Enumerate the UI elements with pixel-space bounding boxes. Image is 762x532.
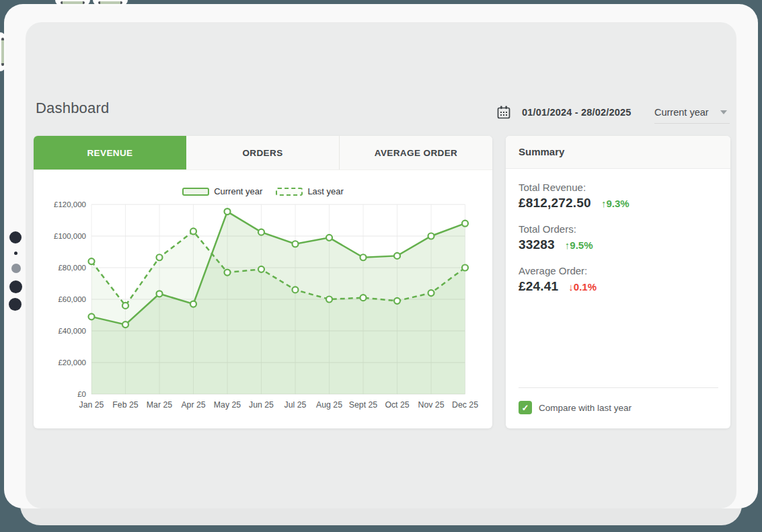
summary-card: Summary Total Revenue: £812,272.50 ↑9.3%…: [506, 136, 730, 428]
x-axis-label: Jan 25: [79, 400, 104, 410]
data-point-marker: [89, 313, 95, 319]
dashboard-content: Dashboard 01/01/2024 - 28/02/2025 Curren…: [0, 0, 762, 532]
data-point-marker: [225, 208, 231, 215]
compare-with-last-year-toggle[interactable]: ✓ Compare with last year: [519, 401, 632, 414]
revenue-chart: £0£20,000£40,000£60,000£80,000£100,000£1…: [34, 170, 492, 429]
revenue-chart-svg: £0£20,000£40,000£60,000£80,000£100,000£1…: [34, 170, 492, 429]
y-axis-label: £20,000: [58, 358, 86, 367]
data-point-marker: [394, 253, 400, 259]
stat-value-total-orders: 33283: [519, 237, 555, 252]
y-axis-label: £120,000: [54, 200, 86, 208]
chevron-down-icon: [720, 110, 727, 114]
stat-label-average-order: Average Order:: [519, 265, 718, 276]
trend-arrow-icon: ↓: [568, 281, 574, 293]
x-axis-label: Apr 25: [181, 400, 205, 410]
stat-change-total-orders: ↑9.5%: [565, 239, 593, 251]
stat-value-average-order: £24.41: [519, 279, 558, 294]
chart-card: REVENUE ORDERS AVERAGE ORDER £0£20,000£4…: [34, 136, 492, 428]
data-point-marker: [462, 221, 468, 227]
data-point-marker: [258, 229, 264, 235]
date-range-picker[interactable]: 01/01/2024 - 28/02/2025: [496, 101, 632, 124]
legend-swatch-dashed: [276, 188, 303, 196]
period-dropdown[interactable]: Current year: [654, 101, 730, 124]
x-axis-label: Mar 25: [147, 400, 172, 410]
data-point-marker: [428, 233, 434, 239]
stat-row: 33283 ↑9.5%: [519, 237, 718, 252]
period-dropdown-value: Current year: [654, 107, 709, 118]
y-axis-label: £80,000: [58, 264, 86, 272]
compare-checkbox[interactable]: ✓: [519, 401, 532, 414]
chart-legend: Current year Last year: [34, 186, 492, 196]
stat-change-average-order: ↓0.1%: [568, 281, 597, 293]
data-point-marker: [122, 303, 128, 309]
tab-revenue[interactable]: REVENUE: [34, 136, 186, 169]
data-point-marker: [190, 301, 196, 307]
stat-label-total-revenue: Total Revenue:: [519, 182, 718, 193]
x-axis-label: May 25: [214, 400, 241, 410]
compare-checkbox-label: Compare with last year: [539, 403, 632, 413]
x-axis-label: Jun 25: [249, 400, 274, 410]
tab-orders[interactable]: ORDERS: [186, 136, 339, 169]
data-point-marker: [157, 254, 163, 260]
date-range-text: 01/01/2024 - 28/02/2025: [522, 107, 632, 118]
data-point-marker: [258, 266, 264, 272]
summary-title: Summary: [506, 136, 730, 169]
data-point-marker: [428, 290, 434, 296]
x-axis-label: Sept 25: [349, 400, 378, 410]
data-point-marker: [326, 235, 332, 241]
data-point-marker: [360, 254, 367, 260]
x-axis-label: Dec 25: [452, 400, 478, 410]
data-point-marker: [293, 241, 299, 247]
data-point-marker: [326, 297, 332, 303]
x-axis-label: Nov 25: [418, 400, 445, 410]
data-point-marker: [122, 321, 128, 328]
legend-label: Current year: [214, 186, 262, 196]
stat-change-total-revenue: ↑9.3%: [601, 198, 630, 209]
stat-row: £812,272.50 ↑9.3%: [519, 196, 718, 211]
x-axis-label: Jul 25: [284, 400, 307, 410]
data-point-marker: [157, 291, 163, 297]
y-axis-label: £60,000: [58, 295, 86, 303]
y-axis-label: £40,000: [58, 327, 86, 335]
summary-divider: [519, 387, 718, 388]
data-point-marker: [89, 258, 95, 264]
calendar-icon: [496, 105, 511, 120]
data-point-marker: [394, 298, 400, 304]
legend-label: Last year: [307, 186, 343, 196]
x-axis-label: Aug 25: [316, 400, 342, 410]
data-point-marker: [360, 295, 367, 301]
stat-label-total-orders: Total Orders:: [519, 223, 718, 235]
summary-body: Total Revenue: £812,272.50 ↑9.3% Total O…: [506, 182, 730, 294]
legend-item-last-year[interactable]: Last year: [268, 186, 343, 196]
metric-tabs: REVENUE ORDERS AVERAGE ORDER: [34, 136, 492, 170]
x-axis-label: Feb 25: [112, 400, 138, 410]
tab-average-order[interactable]: AVERAGE ORDER: [339, 136, 492, 169]
stat-row: £24.41 ↓0.1%: [519, 279, 718, 294]
data-point-marker: [293, 287, 299, 293]
page-title: Dashboard: [36, 100, 109, 117]
y-axis-label: £100,000: [54, 232, 86, 240]
data-point-marker: [225, 270, 231, 276]
data-point-marker: [462, 265, 468, 271]
data-point-marker: [190, 228, 196, 234]
legend-swatch-solid: [182, 188, 209, 196]
legend-item-current-year[interactable]: Current year: [182, 186, 262, 196]
x-axis-label: Oct 25: [385, 400, 409, 410]
y-axis-label: £0: [77, 390, 86, 398]
stat-value-total-revenue: £812,272.50: [519, 196, 591, 211]
